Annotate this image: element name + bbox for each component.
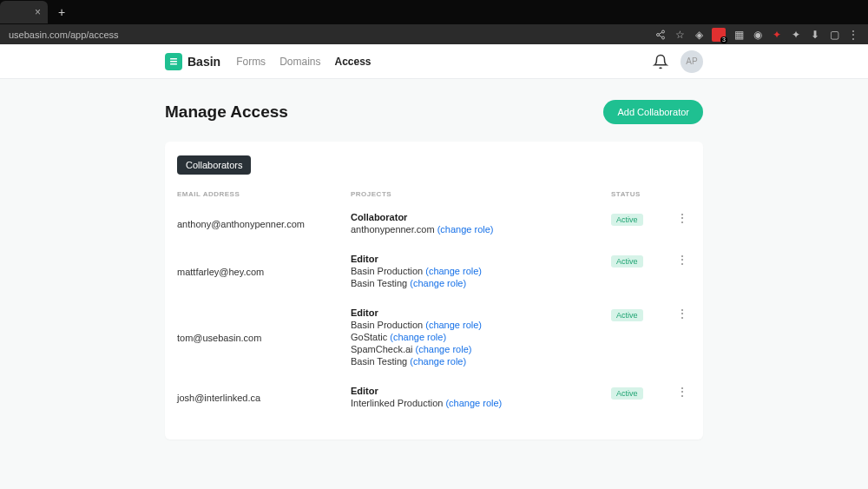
star-icon[interactable]: ☆ [674, 29, 686, 41]
svg-line-4 [659, 32, 661, 34]
table-row: josh@interlinked.caEditorInterlinked Pro… [165, 377, 703, 419]
project-line: Basin Production (change role) [351, 266, 611, 276]
project-line: Basin Production (change role) [351, 320, 611, 330]
email-cell: mattfarley@hey.com [177, 254, 351, 290]
svg-point-1 [657, 33, 660, 36]
download-icon[interactable]: ⬇ [809, 29, 821, 41]
projects-cell: EditorInterlinked Production (change rol… [351, 386, 611, 410]
new-tab-icon[interactable]: + [58, 5, 65, 19]
url-text: usebasin.com/app/access [9, 30, 119, 40]
role-label: Editor [351, 254, 611, 264]
role-label: Collaborator [351, 212, 611, 222]
nav-link-forms[interactable]: Forms [236, 56, 266, 68]
col-header-email: EMAIL ADDRESS [177, 190, 351, 198]
kebab-icon[interactable]: ⋮ [676, 214, 687, 222]
project-line: Basin Testing (change role) [351, 356, 611, 367]
status-cell: Active [611, 386, 659, 410]
project-line: anthonypenner.com (change role) [351, 224, 611, 235]
table-header: EMAIL ADDRESS PROJECTS STATUS [165, 182, 703, 203]
col-header-status: STATUS [611, 190, 659, 198]
svg-rect-5 [170, 58, 177, 60]
status-cell: Active [611, 307, 659, 368]
extension-icon[interactable]: ◉ [752, 29, 764, 41]
kebab-icon[interactable]: ⋮ [676, 255, 687, 264]
svg-rect-6 [170, 61, 177, 63]
change-role-link[interactable]: (change role) [410, 356, 466, 367]
svg-point-0 [662, 30, 665, 33]
project-line: GoStatic (change role) [351, 332, 611, 342]
svg-point-2 [662, 36, 665, 39]
extension-icon[interactable]: ✦ [771, 29, 783, 41]
nav-link-domains[interactable]: Domains [279, 56, 320, 68]
change-role-link[interactable]: (change role) [425, 266, 482, 276]
role-label: Editor [351, 386, 611, 396]
page-content: Manage Access Add Collaborator Collabora… [0, 79, 868, 460]
email-cell: josh@interlinked.ca [177, 386, 351, 410]
project-line: SpamCheck.ai (change role) [351, 344, 611, 354]
page-header: Manage Access Add Collaborator [165, 100, 703, 124]
logo-icon [165, 53, 182, 70]
logo[interactable]: Basin [165, 53, 220, 70]
collaborators-card: Collaborators EMAIL ADDRESS PROJECTS STA… [165, 142, 703, 439]
row-actions[interactable]: ⋮ [659, 386, 691, 410]
status-badge: Active [611, 255, 643, 268]
close-icon[interactable]: × [35, 6, 41, 18]
table-row: tom@usebasin.comEditorBasin Production (… [165, 299, 703, 377]
projects-cell: EditorBasin Production (change role)GoSt… [351, 307, 611, 368]
puzzle-icon[interactable]: ✦ [790, 29, 802, 41]
window-icon[interactable]: ▢ [828, 29, 840, 41]
table-row: anthony@anthonypenner.comCollaboratorant… [165, 203, 703, 245]
email-cell: anthony@anthonypenner.com [177, 212, 351, 236]
table-row: mattfarley@hey.comEditorBasin Production… [165, 245, 703, 299]
avatar[interactable]: AP [681, 50, 703, 73]
app-viewport: Basin Forms Domains Access AP Manage Acc… [0, 44, 868, 489]
status-badge: Active [611, 387, 643, 400]
project-line: Interlinked Production (change role) [351, 398, 611, 408]
browser-extensions: ☆ ◈ ▦ ◉ ✦ ✦ ⬇ ▢ ⋮ [654, 28, 859, 42]
email-cell: tom@usebasin.com [177, 307, 351, 368]
top-nav: Basin Forms Domains Access AP [0, 44, 868, 79]
logo-text: Basin [187, 55, 220, 69]
status-cell: Active [611, 254, 659, 290]
browser-tab-bar: × + [0, 0, 868, 24]
extension-icon[interactable]: ◈ [693, 29, 705, 41]
change-role-link[interactable]: (change role) [445, 398, 502, 408]
tab-collaborators[interactable]: Collaborators [177, 155, 251, 175]
extension-badge-icon[interactable] [712, 28, 726, 42]
col-header-projects: PROJECTS [351, 190, 611, 198]
status-badge: Active [611, 214, 643, 226]
projects-cell: Collaboratoranthonypenner.com (change ro… [351, 212, 611, 236]
projects-cell: EditorBasin Production (change role)Basi… [351, 254, 611, 290]
page-title: Manage Access [165, 102, 288, 122]
svg-rect-7 [170, 63, 177, 65]
role-label: Editor [351, 307, 611, 318]
change-role-link[interactable]: (change role) [410, 278, 466, 288]
change-role-link[interactable]: (change role) [425, 320, 482, 330]
svg-line-3 [659, 35, 661, 36]
extension-icon[interactable]: ▦ [733, 29, 745, 41]
nav-link-access[interactable]: Access [334, 56, 371, 68]
share-icon[interactable] [654, 29, 667, 41]
status-cell: Active [611, 212, 659, 236]
bell-icon[interactable] [653, 54, 668, 69]
kebab-icon[interactable]: ⋮ [676, 309, 687, 318]
browser-chrome: × + usebasin.com/app/access ☆ ◈ ▦ ◉ ✦ ✦ … [0, 0, 868, 44]
change-role-link[interactable]: (change role) [416, 344, 472, 354]
change-role-link[interactable]: (change role) [437, 224, 494, 235]
row-actions[interactable]: ⋮ [659, 254, 691, 290]
row-actions[interactable]: ⋮ [659, 307, 691, 368]
kebab-icon[interactable]: ⋮ [676, 387, 687, 396]
nav-links: Forms Domains Access [236, 56, 371, 68]
row-actions[interactable]: ⋮ [659, 212, 691, 236]
add-collaborator-button[interactable]: Add Collaborator [603, 100, 703, 124]
address-bar[interactable]: usebasin.com/app/access ☆ ◈ ▦ ◉ ✦ ✦ ⬇ ▢ … [0, 24, 868, 44]
project-line: Basin Testing (change role) [351, 278, 611, 288]
status-badge: Active [611, 309, 643, 321]
menu-icon[interactable]: ⋮ [847, 29, 859, 41]
browser-tab[interactable]: × [0, 1, 48, 23]
change-role-link[interactable]: (change role) [390, 332, 446, 342]
